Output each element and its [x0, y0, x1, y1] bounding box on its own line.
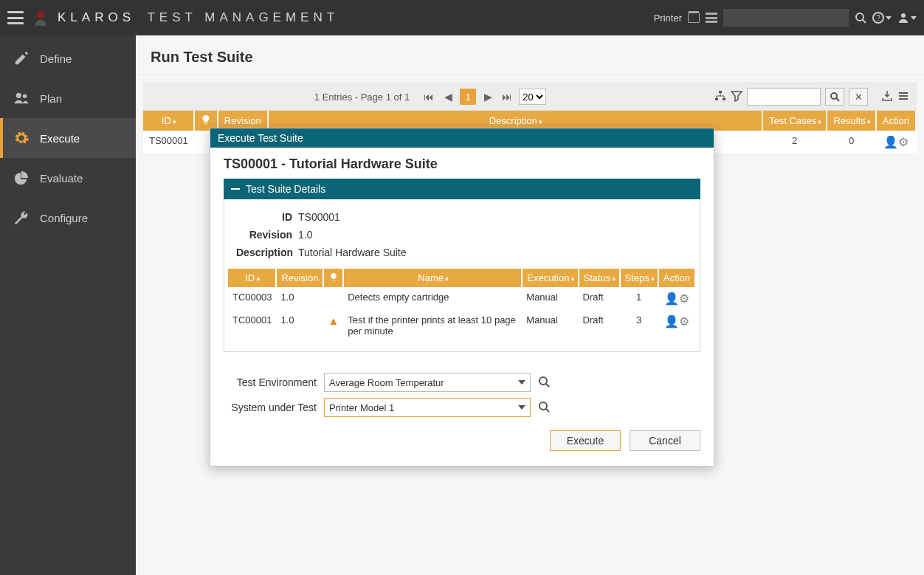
page-size-select[interactable]: 20 — [519, 89, 546, 105]
col-action: Action — [876, 111, 916, 131]
tc-name: Test if the printer prints at least 10 p… — [343, 310, 522, 341]
svg-line-2 — [863, 20, 866, 23]
sidebar-item-plan[interactable]: Plan — [0, 78, 136, 118]
table-search-button[interactable] — [825, 88, 844, 106]
test-suite-details-panel: Test Suite Details IDTS00001 Revision1.0… — [224, 179, 700, 352]
test-environment-label: Test Environment — [224, 376, 317, 388]
sidebar-item-evaluate[interactable]: Evaluate — [0, 158, 136, 198]
sut-value: Printer Model 1 — [329, 402, 394, 413]
icol-steps[interactable]: Steps♦ — [620, 269, 658, 287]
pagination-summary: 1 Entries - Page 1 of 1 — [314, 92, 410, 103]
lookup-environment-icon[interactable] — [538, 376, 550, 390]
tc-action-icon[interactable]: 👤⚙ — [658, 287, 695, 310]
panel-header[interactable]: Test Suite Details — [224, 179, 700, 199]
sidebar-item-configure[interactable]: Configure — [0, 198, 136, 238]
archive-icon[interactable] — [688, 13, 700, 23]
test-environment-select[interactable]: Average Room Temperatur — [324, 373, 531, 392]
page-title: Run Test Suite — [136, 35, 924, 75]
filter-icon[interactable] — [731, 90, 742, 104]
icol-revision[interactable]: Revision — [276, 269, 323, 287]
search-icon[interactable] — [855, 12, 866, 24]
sut-label: System under Test — [224, 402, 317, 413]
tc-steps: 3 — [620, 310, 658, 341]
menu-icon[interactable] — [897, 90, 909, 104]
brand-text: KLAROS TEST MANAGEMENT — [58, 10, 339, 25]
test-cases-table: ID♦ Revision Name♦ Execution♦ Status♦ St… — [228, 269, 696, 341]
col-results[interactable]: Results♦ — [827, 111, 875, 131]
tc-id: TC00003 — [228, 287, 276, 310]
user-menu-icon[interactable] — [897, 12, 917, 24]
suite-id-link[interactable]: TS00001 — [143, 131, 194, 154]
context-label: Printer — [654, 13, 682, 24]
warning-icon: ▲ — [328, 314, 339, 327]
svg-rect-8 — [719, 91, 722, 93]
icol-action: Action — [658, 269, 695, 287]
svg-point-0 — [37, 11, 44, 18]
detail-desc-label: Description — [236, 247, 292, 258]
wrench-icon — [13, 210, 30, 226]
tc-status: Draft — [579, 310, 620, 341]
cancel-button[interactable]: Cancel — [630, 430, 700, 451]
testcase-row[interactable]: TC00003 1.0 Detects empty cartridge Manu… — [228, 287, 695, 310]
col-testcases[interactable]: Test Cases♦ — [762, 111, 827, 131]
sidebar-label: Configure — [40, 212, 88, 224]
sidebar-label: Define — [40, 52, 72, 65]
global-search-input[interactable] — [723, 9, 849, 27]
export-icon[interactable] — [881, 90, 893, 104]
page-last-icon[interactable]: ⏭ — [500, 89, 514, 104]
svg-point-11 — [831, 93, 837, 99]
page-next-icon[interactable]: ▶ — [480, 89, 495, 104]
icol-name[interactable]: Name♦ — [343, 269, 522, 287]
page-number[interactable]: 1 — [460, 89, 476, 105]
col-id[interactable]: ID♦ — [143, 111, 194, 131]
icol-id[interactable]: ID♦ — [228, 269, 276, 287]
clear-search-button[interactable]: ✕ — [849, 88, 868, 106]
people-icon — [13, 90, 30, 106]
tc-action-icon[interactable]: 👤⚙ — [658, 310, 695, 341]
list-view-icon[interactable] — [706, 13, 717, 23]
tc-rev: 1.0 — [276, 310, 323, 341]
sidebar-item-execute[interactable]: Execute — [0, 118, 136, 158]
execute-test-suite-dialog: Execute Test Suite TS00001 - Tutorial Ha… — [210, 128, 714, 466]
tree-icon[interactable] — [714, 90, 726, 104]
tc-exec: Manual — [522, 310, 578, 341]
cell-testcases[interactable]: 2 — [762, 131, 827, 154]
icol-bulb[interactable] — [323, 269, 343, 287]
edit-icon — [13, 50, 30, 66]
tc-name: Detects empty cartridge — [343, 287, 522, 310]
page-first-icon[interactable]: ⏮ — [421, 89, 436, 104]
execute-button[interactable]: Execute — [550, 430, 621, 451]
app-logo-icon — [31, 8, 50, 27]
chevron-down-icon — [518, 380, 525, 385]
topbar: KLAROS TEST MANAGEMENT Printer ? — [0, 0, 924, 35]
brand-light: TEST MANAGEMENT — [147, 10, 339, 24]
table-toolbar: 1 Entries - Page 1 of 1 ⏮ ◀ 1 ▶ ⏭ 20 ✕ — [143, 83, 917, 111]
svg-point-16 — [539, 377, 547, 385]
menu-toggle-icon[interactable] — [7, 11, 24, 24]
cell-results[interactable]: 0 — [827, 131, 875, 154]
sut-row: System under Test Printer Model 1 — [210, 395, 714, 420]
detail-rev-value: 1.0 — [298, 229, 312, 241]
testcase-row[interactable]: TC00001 1.0 ▲ Test if the printer prints… — [228, 310, 695, 341]
icol-execution[interactable]: Execution♦ — [522, 269, 578, 287]
gear-icon — [13, 130, 30, 146]
tc-exec: Manual — [522, 287, 578, 310]
help-icon[interactable]: ? — [872, 12, 892, 24]
piechart-icon — [13, 170, 30, 186]
svg-rect-9 — [715, 98, 718, 100]
sut-select[interactable]: Printer Model 1 — [324, 398, 531, 417]
svg-rect-14 — [899, 95, 908, 97]
detail-desc-value: Tutorial Hardware Suite — [298, 247, 407, 258]
icol-status[interactable]: Status♦ — [579, 269, 620, 287]
sidebar-item-define[interactable]: Define — [0, 38, 136, 78]
page-prev-icon[interactable]: ◀ — [441, 89, 455, 104]
lookup-sut-icon[interactable] — [538, 401, 550, 415]
svg-point-18 — [539, 402, 547, 410]
table-search-input[interactable] — [747, 88, 821, 106]
collapse-icon[interactable] — [231, 188, 240, 190]
panel-title: Test Suite Details — [246, 183, 325, 195]
row-action-icon[interactable]: 👤⚙ — [876, 131, 916, 154]
sidebar-label: Plan — [40, 92, 62, 105]
svg-line-12 — [836, 98, 839, 101]
tc-id: TC00001 — [228, 310, 276, 341]
